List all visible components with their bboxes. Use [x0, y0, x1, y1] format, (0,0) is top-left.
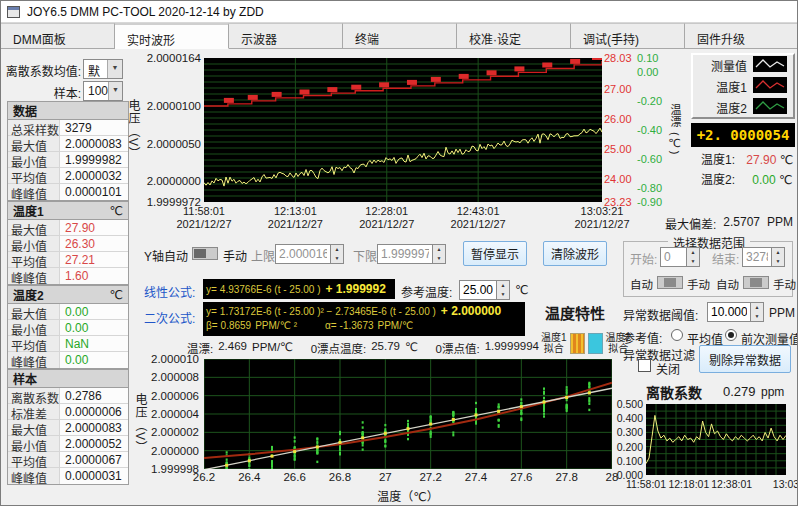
stats-table-header: 数据 — [8, 102, 128, 120]
temp-tick-label: 26.2 — [186, 471, 222, 483]
legend-label: 测量值 — [711, 57, 747, 74]
pause-display-button[interactable]: 暂停显示 — [463, 241, 527, 266]
drift-axis-label: 0.00 — [637, 66, 658, 78]
lower-limit-spinner[interactable] — [433, 244, 446, 264]
table-row: 峰峰值0.0000101 — [8, 184, 128, 200]
close-checkbox[interactable] — [638, 359, 651, 372]
range-start-label: 开始: — [630, 250, 657, 267]
table-row: 最小值2.0000052 — [8, 436, 128, 452]
temp1-fit-icon[interactable] — [570, 333, 585, 354]
radio-previous[interactable] — [725, 329, 737, 341]
range-start-spinner[interactable] — [687, 247, 700, 267]
app-window: JOY6.5 DMM PC-TOOL 2020-12-14 by ZDD DMM… — [0, 0, 798, 506]
range-start-mode-toggle[interactable] — [657, 276, 683, 289]
legend-item-测量值[interactable]: 测量值 — [693, 55, 793, 76]
linear-formula-box: y= 4.93766E-6 (t - 25.00 ) + 1.999992 — [203, 279, 395, 299]
tab-校准·设定[interactable]: 校准·设定 — [457, 23, 571, 48]
drift-axis-label: -0.80 — [637, 182, 662, 194]
row-label: 离散系数 — [8, 388, 60, 403]
sample-count-dropdown[interactable]: 100 — [83, 81, 123, 101]
row-value: 26.30 — [60, 236, 128, 251]
row-value: 0.0000031 — [60, 468, 128, 484]
max-deviation-value: 2.5707 — [723, 215, 760, 232]
row-label: 平均值 — [8, 336, 60, 351]
upper-limit-field[interactable] — [275, 244, 331, 264]
y-tick-label: 2.000010 — [141, 353, 199, 365]
range-end-auto-label: 自动 — [716, 276, 739, 292]
linear-formula-constant: + 1.999992 — [325, 282, 385, 296]
zero-drift-temp-unit: ℃ — [405, 340, 418, 356]
drift-value: 2.469 — [218, 340, 247, 356]
table-row: 最大值27.90 — [8, 220, 128, 236]
waveform-chart — [204, 58, 602, 202]
temp-characteristic-title: 温度特性 — [545, 302, 605, 323]
upper-limit-label: 上限 — [251, 247, 275, 264]
range-end-manual-label: 手动 — [773, 276, 796, 292]
stats-table-title: 温度2 — [13, 286, 44, 303]
radio-average[interactable] — [671, 329, 683, 341]
outlier-threshold-spinner[interactable] — [751, 302, 764, 322]
range-end-spinner[interactable] — [772, 247, 785, 267]
ref-temp-label: 参考温度: — [401, 283, 452, 300]
stats-table-数据: 数据总采样数3279最大值2.0000083最小值1.9999982平均值2.0… — [7, 101, 129, 201]
legend-item-温度1[interactable]: 温度1 — [693, 76, 793, 97]
row-label: 最小值 — [8, 236, 60, 251]
range-start-field[interactable] — [660, 247, 687, 267]
y-tick-label: 2.000004 — [141, 408, 199, 420]
alpha-value: -1.3673 — [340, 320, 374, 331]
row-value: 1.9999982 — [60, 152, 128, 167]
ref-temp-spinner[interactable] — [497, 280, 510, 300]
tab-固件升级[interactable]: 固件升级 — [685, 23, 798, 48]
y-tick-label: 2.000008 — [141, 371, 199, 383]
tab-bar: DMM面板实时波形示波器终端校准·设定调试(手持)固件升级 — [1, 23, 798, 49]
clear-waveform-button[interactable]: 清除波形 — [543, 241, 607, 266]
tab-DMM面板[interactable]: DMM面板 — [1, 23, 115, 48]
legend-item-温度2[interactable]: 温度2 — [693, 97, 793, 118]
y-tick-label: 2.000000 — [141, 445, 199, 457]
row-value: 0.2786 ppm — [60, 388, 128, 403]
row-label: 最大值 — [8, 136, 60, 151]
stats-table-unit: ℃ — [110, 204, 123, 218]
remove-outliers-button[interactable]: 剔除异常数据 — [699, 345, 791, 373]
row-value: 27.90 — [60, 220, 128, 235]
range-end-field[interactable] — [742, 247, 772, 267]
cv-chart-value: 0.279 — [723, 384, 756, 399]
alpha-unit: PPM/℃ — [378, 320, 414, 331]
cv-chart-unit: ppm — [761, 385, 784, 399]
upper-limit-spinner[interactable] — [331, 244, 344, 264]
tab-终端[interactable]: 终端 — [343, 23, 457, 48]
range-end-mode-toggle[interactable] — [743, 276, 769, 289]
ref-temp-field[interactable] — [459, 280, 497, 300]
row-value: 0.00 — [60, 320, 128, 335]
temp-axis-label: 27.00 — [604, 83, 632, 95]
outlier-threshold-field[interactable] — [707, 302, 751, 322]
sample-count-value: 100 — [84, 82, 108, 100]
row-value: 0.0000101 — [60, 184, 128, 200]
lower-limit-field[interactable] — [377, 244, 433, 264]
zero-drift-point-value: 1.9999994 — [485, 340, 539, 356]
table-row: 峰峰值0.0000031 — [8, 468, 128, 484]
legend-line-icon — [753, 98, 787, 117]
outlier-threshold-label: 异常数据阈值: — [623, 306, 698, 323]
range-start-auto-label: 自动 — [630, 276, 653, 292]
table-row: 最大值0.00 — [8, 304, 128, 320]
alpha-label: α= — [325, 320, 337, 331]
y-axis-mode-toggle[interactable] — [192, 247, 218, 260]
tab-调试(手持)[interactable]: 调试(手持) — [571, 23, 685, 48]
temp1-fit-label-bottom: 拟合 — [541, 343, 567, 354]
table-row: 标准差0.0000006 — [8, 404, 128, 420]
row-value: 2.0000083 — [60, 420, 128, 435]
y-manual-label: 手动 — [223, 247, 247, 264]
quad-formula-body: 1.73172E-6 (t - 25.00 )² − 2.73465E-6 (t… — [220, 306, 436, 317]
y-auto-label: Y轴自动 — [144, 247, 188, 264]
zero-drift-point-label: 0漂点值: — [436, 340, 480, 356]
temp2-fit-icon[interactable] — [588, 333, 603, 354]
table-row: 最大值2.0000083 — [8, 136, 128, 152]
tab-实时波形[interactable]: 实时波形 — [115, 23, 229, 49]
cv-mean-dropdown[interactable]: 默认 — [83, 59, 123, 79]
tab-示波器[interactable]: 示波器 — [229, 23, 343, 48]
table-row: 平均值27.21 — [8, 252, 128, 268]
plot-legend: 测量值温度1温度2 — [691, 53, 795, 119]
table-row: 最大值2.0000083 — [8, 420, 128, 436]
table-row: 峰峰值1.60 — [8, 268, 128, 284]
